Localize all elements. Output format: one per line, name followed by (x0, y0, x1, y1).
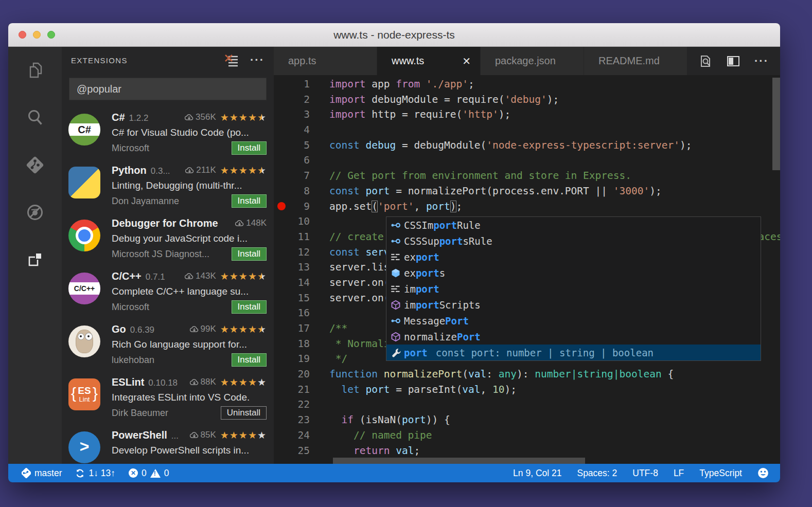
code-line[interactable]: 2import debugModule = require('debug'); (274, 92, 780, 107)
breakpoint-gutter[interactable] (274, 382, 289, 397)
breakpoint-gutter[interactable] (274, 168, 289, 184)
code-line[interactable]: 23 if (isNaN(port)) { (274, 412, 780, 428)
cursor-position[interactable]: Ln 9, Col 21 (513, 468, 561, 479)
indentation-setting[interactable]: Spaces: 2 (577, 468, 617, 479)
activity-item-explorer[interactable] (25, 60, 45, 81)
breakpoint-gutter[interactable] (274, 443, 289, 459)
suggest-item[interactable]: normalizePort (386, 329, 761, 345)
breakpoint-gutter[interactable] (274, 122, 289, 138)
sidebar-more-actions-icon[interactable]: ··· (250, 58, 264, 63)
close-window-button[interactable] (19, 31, 26, 39)
code-line[interactable]: 6 (274, 153, 780, 168)
breakpoint-gutter[interactable] (274, 367, 289, 382)
breakpoint-gutter[interactable] (274, 321, 289, 336)
suggest-item[interactable]: portconst port: number | string | boolea… (386, 345, 761, 360)
code-line[interactable]: 20function normalizePort(val: any): numb… (274, 367, 780, 382)
tab-README-md[interactable]: README.md (584, 47, 687, 75)
horizontal-scrollbar[interactable] (333, 458, 585, 464)
tab-app-ts[interactable]: app.ts (274, 47, 377, 75)
suggest-item[interactable]: export (386, 249, 761, 265)
extension-row[interactable]: Python0.3...211K★★★★★Linting, Debugging … (62, 159, 274, 212)
install-button[interactable]: Install (232, 141, 267, 155)
field-icon (391, 268, 404, 278)
close-tab-icon[interactable]: ✕ (461, 55, 472, 67)
tab-package-json[interactable]: package.json (481, 47, 584, 75)
install-button[interactable]: Install (232, 247, 267, 261)
breakpoint-gutter[interactable] (274, 92, 289, 107)
install-button[interactable]: Install (232, 353, 267, 367)
git-branch-indicator[interactable]: master (22, 468, 62, 479)
install-count: 99K (190, 324, 216, 334)
editor[interactable]: 1import app from './app';2import debugMo… (274, 75, 780, 464)
extension-row[interactable]: C#C#1.2.2356K★★★★★C# for Visual Studio C… (62, 106, 274, 159)
suggest-item[interactable]: CSSImportRule (386, 217, 761, 233)
code-line[interactable]: 4 (274, 122, 780, 138)
activity-item-search[interactable] (25, 107, 45, 128)
code-line[interactable]: 22 (274, 397, 780, 412)
suggest-item[interactable]: importScripts (386, 297, 761, 313)
code-line[interactable]: 3import http = require('http'); (274, 107, 780, 122)
activity-item-debug-disabled[interactable] (25, 202, 45, 223)
breakpoint-gutter[interactable] (274, 184, 289, 199)
code-line[interactable]: 8const port = normalizePort(process.env.… (274, 184, 780, 199)
breakpoint-gutter[interactable] (274, 245, 289, 260)
uninstall-button[interactable]: Uninstall (221, 406, 267, 420)
language-mode[interactable]: TypeScript (699, 468, 742, 479)
activity-item-source-control[interactable] (25, 155, 45, 175)
encoding-setting[interactable]: UTF-8 (632, 468, 658, 479)
activity-item-extensions[interactable] (25, 249, 45, 270)
code-line[interactable]: 21 let port = parseInt(val, 10); (274, 382, 780, 397)
breakpoint-gutter[interactable] (274, 397, 289, 412)
open-preview-icon[interactable] (699, 55, 712, 68)
breakpoint-gutter[interactable] (274, 412, 289, 428)
suggest-item[interactable]: MessagePort (386, 313, 761, 329)
extension-row[interactable]: {ESLint}ESLint0.10.1888K★★★★★Integrates … (62, 371, 274, 424)
suggest-item[interactable]: exports (386, 265, 761, 281)
line-number: 15 (289, 291, 310, 306)
breakpoint-gutter[interactable] (274, 229, 289, 245)
extensions-search-input[interactable] (69, 78, 267, 100)
editor-more-actions-icon[interactable]: ··· (754, 59, 769, 64)
eol-setting[interactable]: LF (674, 468, 684, 479)
code-line[interactable]: 5const debug = debugModule('node-express… (274, 138, 780, 153)
breakpoint-gutter[interactable] (274, 291, 289, 306)
breakpoint-gutter[interactable] (274, 199, 289, 214)
extension-row[interactable]: >PowerShell...85K★★★★★Develop PowerShell… (62, 424, 274, 464)
vertical-scrollbar[interactable] (772, 78, 780, 170)
breakpoint-gutter[interactable] (274, 275, 289, 291)
breakpoint-gutter[interactable] (274, 77, 289, 92)
breakpoint-gutter[interactable] (274, 107, 289, 122)
code-line[interactable]: 7// Get port from environment and store … (274, 168, 780, 184)
breakpoint-gutter[interactable] (274, 428, 289, 443)
code-token: debug (360, 139, 396, 151)
split-editor-icon[interactable] (727, 55, 740, 68)
zoom-window-button[interactable] (47, 31, 55, 39)
extension-row[interactable]: Debugger for Chrome148KDebug your JavaSc… (62, 212, 274, 265)
git-sync-indicator[interactable]: 1↓ 13↑ (75, 468, 115, 479)
breakpoint-gutter[interactable] (274, 138, 289, 153)
code-line[interactable]: 1import app from './app'; (274, 77, 780, 92)
extension-row[interactable]: C/C++C/C++0.7.1143K★★★★★Complete C/C++ l… (62, 265, 274, 318)
install-button[interactable]: Install (232, 194, 267, 208)
breakpoint-icon[interactable] (277, 202, 286, 210)
clear-extensions-filter-icon[interactable] (224, 53, 239, 67)
breakpoint-gutter[interactable] (274, 336, 289, 352)
breakpoint-gutter[interactable] (274, 351, 289, 367)
breakpoint-gutter[interactable] (274, 214, 289, 229)
extension-row[interactable]: Go0.6.3999K★★★★★Rich Go language support… (62, 318, 274, 371)
breakpoint-gutter[interactable] (274, 305, 289, 321)
tab-www-ts[interactable]: www.ts✕ (377, 47, 481, 75)
code-line[interactable]: 24 // named pipe (274, 428, 780, 443)
minimize-window-button[interactable] (33, 31, 41, 39)
suggest-item[interactable]: CSSSupportsRule (386, 233, 761, 249)
code-line[interactable]: 9app.set('port', port); (274, 199, 780, 214)
feedback-smiley[interactable] (757, 467, 769, 479)
install-button[interactable]: Install (232, 300, 267, 314)
breakpoint-gutter[interactable] (274, 260, 289, 275)
download-count-icon (185, 167, 194, 174)
problems-indicator[interactable]: ✕ 0 ! 0 (129, 468, 169, 479)
extensions-list: C#C#1.2.2356K★★★★★C# for Visual Studio C… (62, 106, 274, 464)
code-line[interactable]: 25 return val; (274, 443, 780, 459)
suggest-item[interactable]: import (386, 281, 761, 297)
breakpoint-gutter[interactable] (274, 153, 289, 168)
